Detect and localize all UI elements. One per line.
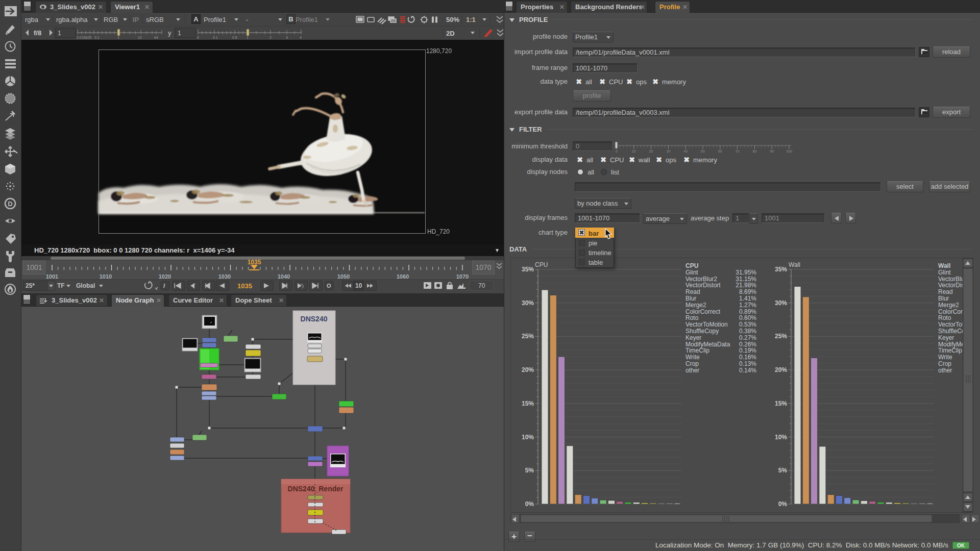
svg-text:O: O <box>327 283 331 289</box>
svg-text:15%: 15% <box>522 400 534 407</box>
svg-text:2: 2 <box>270 36 272 39</box>
svg-text:0.015625: 0.015625 <box>77 36 91 39</box>
svg-text:1001: 1001 <box>26 263 42 271</box>
svg-text:60: 60 <box>718 149 722 153</box>
svg-text:25%: 25% <box>522 333 534 340</box>
svg-text:TF: TF <box>57 282 65 289</box>
svg-text:20%: 20% <box>522 366 534 373</box>
svg-text:5%: 5% <box>525 467 534 474</box>
svg-text:10%: 10% <box>522 434 534 441</box>
svg-text:D: D <box>8 200 12 208</box>
svg-text:1070: 1070 <box>456 273 469 280</box>
svg-text:DNS240: DNS240 <box>301 315 328 323</box>
svg-text:0.5: 0.5 <box>232 36 237 39</box>
svg-text:DNS240_Render: DNS240_Render <box>288 485 344 493</box>
svg-text:1060: 1060 <box>397 273 409 280</box>
svg-text:3: 3 <box>286 36 288 39</box>
svg-text:40: 40 <box>683 149 688 153</box>
svg-text:100: 100 <box>786 149 792 153</box>
svg-text:y: y <box>168 29 172 37</box>
svg-text:1070: 1070 <box>475 263 491 271</box>
svg-text:90: 90 <box>770 149 774 153</box>
svg-text:10: 10 <box>632 149 636 153</box>
svg-text:20: 20 <box>649 149 653 153</box>
svg-text:0.1: 0.1 <box>94 36 100 39</box>
svg-text:f/8: f/8 <box>34 29 41 37</box>
svg-text:80: 80 <box>753 149 757 153</box>
svg-text:Wall: Wall <box>789 261 800 268</box>
svg-text:70: 70 <box>736 149 740 153</box>
svg-text:1010: 1010 <box>100 273 112 280</box>
svg-text:1040: 1040 <box>278 273 290 280</box>
svg-text:2D: 2D <box>446 30 455 37</box>
svg-text:1035: 1035 <box>248 259 261 266</box>
svg-text:CPU: CPU <box>535 261 548 268</box>
svg-text:1: 1 <box>117 36 119 39</box>
svg-text:70: 70 <box>478 282 485 289</box>
svg-text:5%: 5% <box>778 467 788 474</box>
svg-text:0%: 0% <box>778 500 788 508</box>
svg-text:0%: 0% <box>525 500 534 508</box>
svg-text:30: 30 <box>667 149 671 153</box>
svg-text:Global: Global <box>76 282 95 289</box>
svg-text:30%: 30% <box>522 299 534 307</box>
svg-text:25*: 25* <box>26 282 35 289</box>
svg-text:1035: 1035 <box>237 282 252 290</box>
svg-text:15%: 15% <box>775 400 787 407</box>
svg-text:10: 10 <box>138 36 142 39</box>
svg-text:4: 4 <box>300 36 302 39</box>
svg-text:1280,720: 1280,720 <box>426 47 452 55</box>
svg-text:1: 1 <box>58 30 61 37</box>
svg-text:0.1: 0.1 <box>213 36 218 39</box>
svg-text:35%: 35% <box>522 266 534 273</box>
svg-text:0: 0 <box>197 36 199 39</box>
svg-text:1030: 1030 <box>218 273 231 280</box>
svg-text:64: 64 <box>154 36 158 39</box>
svg-text:1020: 1020 <box>159 273 171 280</box>
svg-text:1: 1 <box>247 36 249 39</box>
svg-text:1050: 1050 <box>337 273 350 280</box>
svg-text:50: 50 <box>701 149 705 153</box>
svg-text:HD_720: HD_720 <box>427 228 450 235</box>
svg-text:10: 10 <box>355 282 362 289</box>
svg-text:0: 0 <box>616 149 618 153</box>
svg-text:1001: 1001 <box>46 273 58 280</box>
svg-text:1: 1 <box>178 30 181 37</box>
svg-text:10%: 10% <box>775 434 787 441</box>
